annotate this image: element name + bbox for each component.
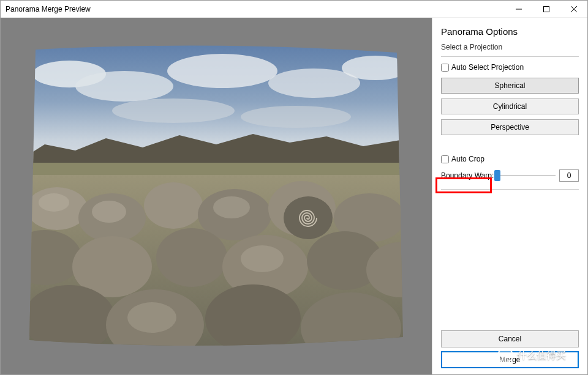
divider [441,56,579,57]
panorama-preview-image [20,37,412,355]
minimize-button[interactable] [505,1,532,17]
svg-point-31 [39,193,69,212]
svg-point-33 [213,196,250,218]
options-panel: Panorama Options Select a Projection Aut… [432,18,587,374]
titlebar: Panorama Merge Preview [1,1,587,18]
divider [441,189,579,190]
svg-point-6 [75,71,173,102]
window-controls [505,1,587,17]
projection-spherical-button[interactable]: Spherical [441,78,579,94]
svg-point-11 [241,106,351,128]
svg-point-32 [92,201,126,223]
svg-point-26 [23,285,115,352]
cancel-button[interactable]: Cancel [441,330,579,347]
projection-perspective-button[interactable]: Perspective [441,119,579,135]
auto-select-label: Auto Select Projection [451,63,524,72]
window-title: Panorama Merge Preview [6,5,505,13]
auto-crop-checkbox[interactable]: Auto Crop [441,155,579,163]
preview-panel [1,18,432,374]
svg-point-9 [342,56,409,80]
svg-point-7 [167,54,277,88]
panel-subheading: Select a Projection [441,43,579,51]
auto-select-checkbox-input[interactable] [441,64,449,72]
auto-crop-label: Auto Crop [451,155,484,163]
svg-rect-1 [543,6,549,12]
boundary-warp-label: Boundary Warp: [441,171,494,180]
panel-heading: Panorama Options [441,26,579,37]
boundary-warp-slider[interactable] [497,169,556,182]
svg-point-22 [156,228,227,287]
watermark-icon [497,347,513,363]
svg-point-16 [144,182,203,229]
maximize-button[interactable] [532,1,560,17]
boundary-warp-value[interactable] [559,169,579,182]
boundary-warp-row: Boundary Warp: [441,169,579,182]
svg-point-30 [284,196,333,239]
svg-point-10 [112,98,235,123]
svg-point-34 [241,245,284,272]
auto-crop-checkbox-input[interactable] [441,155,449,163]
svg-point-28 [205,284,301,353]
close-button[interactable] [560,1,587,17]
projection-cylindrical-button[interactable]: Cylindrical [441,98,579,114]
watermark: 什么值得买 [497,347,566,363]
svg-point-35 [127,302,176,333]
auto-select-projection-checkbox[interactable]: Auto Select Projection [441,63,579,72]
watermark-text: 什么值得买 [517,349,566,362]
slider-thumb[interactable] [494,170,500,181]
